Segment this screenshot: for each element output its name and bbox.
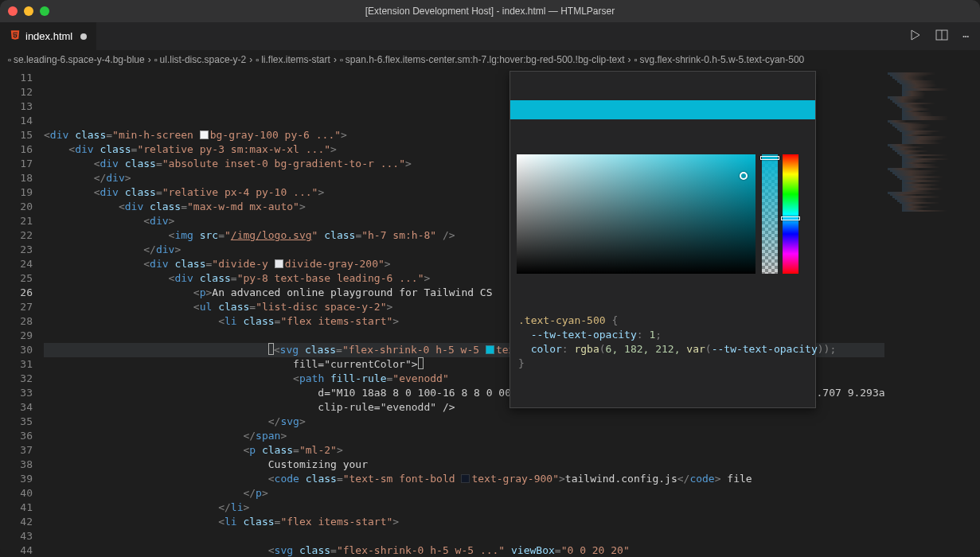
line-number[interactable]: 32: [0, 372, 33, 386]
line-number[interactable]: 43: [0, 529, 33, 543]
color-picker-hover[interactable]: .text-cyan-500 { --tw-text-opacity: 1; c…: [510, 71, 816, 408]
line-number[interactable]: 29: [0, 329, 33, 343]
line-number[interactable]: 19: [0, 185, 33, 200]
line-number[interactable]: 31: [0, 357, 33, 372]
line-number[interactable]: 16: [0, 142, 33, 157]
symbol-icon: ▫: [8, 55, 11, 64]
color-css-preview: .text-cyan-500 { --tw-text-opacity: 1; c…: [510, 309, 815, 379]
code-line[interactable]: [44, 529, 884, 543]
line-number[interactable]: 13: [0, 99, 33, 114]
saturation-cursor-icon[interactable]: [740, 172, 748, 180]
color-swatch-icon: [200, 130, 209, 139]
line-number[interactable]: 39: [0, 472, 33, 486]
minimap[interactable]: [884, 69, 980, 557]
color-swatch-icon: [275, 259, 283, 268]
code-line[interactable]: </svg>: [44, 415, 884, 429]
symbol-icon: ▫: [256, 55, 259, 64]
chevron-right-icon: ›: [249, 54, 252, 65]
line-number[interactable]: 36: [0, 429, 33, 443]
line-number[interactable]: 42: [0, 515, 33, 529]
line-number[interactable]: 23: [0, 243, 33, 257]
breadcrumb-item[interactable]: ▫li.flex.items-start: [256, 54, 330, 65]
code-line[interactable]: </p>: [44, 486, 884, 501]
split-editor-icon[interactable]: [935, 29, 948, 44]
line-number-gutter[interactable]: 1112131415161718192021222324252627282930…: [0, 69, 44, 557]
run-icon[interactable]: [908, 29, 921, 44]
window-title: [Extension Development Host] - index.htm…: [0, 6, 980, 17]
hue-slider[interactable]: [783, 154, 798, 274]
saturation-picker[interactable]: [517, 154, 755, 274]
window-titlebar: [Extension Development Host] - index.htm…: [0, 0, 980, 22]
code-line[interactable]: <svg class="flex-shrink-0 h-5 w-5 ..." v…: [44, 543, 884, 557]
code-editor[interactable]: .text-cyan-500 { --tw-text-opacity: 1; c…: [44, 69, 884, 557]
editor-tab[interactable]: index.html: [0, 22, 97, 50]
tab-filename: index.html: [25, 30, 72, 42]
line-number[interactable]: 12: [0, 85, 33, 99]
line-number[interactable]: 11: [0, 71, 33, 85]
line-number[interactable]: 33: [0, 386, 33, 400]
line-number[interactable]: 37: [0, 443, 33, 458]
line-number[interactable]: 18: [0, 171, 33, 185]
alpha-thumb-icon[interactable]: [760, 156, 779, 160]
line-number[interactable]: 41: [0, 501, 33, 515]
alpha-slider[interactable]: [762, 154, 778, 274]
code-line[interactable]: </li>: [44, 501, 884, 515]
line-number[interactable]: 27: [0, 300, 33, 314]
code-line[interactable]: <p class="ml-2">: [44, 443, 884, 458]
line-number[interactable]: 34: [0, 400, 33, 415]
symbol-icon: ▫: [340, 55, 343, 64]
line-number[interactable]: 15: [0, 128, 33, 142]
text-cursor-icon: [418, 357, 424, 369]
line-number[interactable]: 38: [0, 458, 33, 472]
symbol-icon: ▫: [154, 55, 158, 64]
tab-bar: index.html ⋯: [0, 22, 980, 50]
code-line[interactable]: Customizing your: [44, 458, 884, 472]
line-number[interactable]: 14: [0, 114, 33, 128]
symbol-icon: ▫: [634, 55, 638, 64]
color-swatch-icon: [461, 474, 470, 483]
code-line[interactable]: <code class="text-sm font-bold text-gray…: [44, 472, 884, 486]
line-number[interactable]: 17: [0, 157, 33, 171]
line-number[interactable]: 25: [0, 271, 33, 286]
breadcrumb-item[interactable]: ▫ul.list-disc.space-y-2: [154, 54, 247, 65]
breadcrumb-item[interactable]: ▫svg.flex-shrink-0.h-5.w-5.text-cyan-500: [634, 54, 805, 65]
line-number[interactable]: 22: [0, 228, 33, 243]
breadcrumb-bar[interactable]: ▫se.leading-6.space-y-4.bg-blue›▫ul.list…: [0, 50, 980, 69]
color-preview-bar[interactable]: [510, 100, 815, 119]
unsaved-indicator-icon: [80, 33, 87, 40]
line-number[interactable]: 28: [0, 314, 33, 329]
line-number[interactable]: 24: [0, 257, 33, 271]
chevron-right-icon: ›: [148, 54, 151, 65]
editor-area: 1112131415161718192021222324252627282930…: [0, 69, 980, 557]
color-swatch-icon: [486, 345, 494, 354]
line-number[interactable]: 21: [0, 214, 33, 228]
chevron-right-icon: ›: [334, 54, 337, 65]
line-number[interactable]: 40: [0, 486, 33, 501]
line-number[interactable]: 20: [0, 200, 33, 214]
line-number[interactable]: 35: [0, 415, 33, 429]
code-line[interactable]: </span>: [44, 429, 884, 443]
line-number[interactable]: 44: [0, 543, 33, 557]
breadcrumb-item[interactable]: ▫se.leading-6.space-y-4.bg-blue: [8, 54, 145, 65]
code-line[interactable]: <li class="flex items-start">: [44, 515, 884, 529]
line-number[interactable]: 26: [0, 286, 33, 300]
chevron-right-icon: ›: [628, 54, 631, 65]
html-file-icon: [10, 29, 21, 43]
hue-thumb-icon[interactable]: [781, 216, 800, 220]
line-number[interactable]: 30: [0, 343, 33, 357]
more-actions-icon[interactable]: ⋯: [962, 30, 969, 42]
breadcrumb-item[interactable]: ▫span.h-6.flex.items-center.sm:h-7.lg:ho…: [340, 54, 625, 65]
editor-actions: ⋯: [897, 22, 980, 50]
text-cursor-icon: [268, 343, 274, 355]
